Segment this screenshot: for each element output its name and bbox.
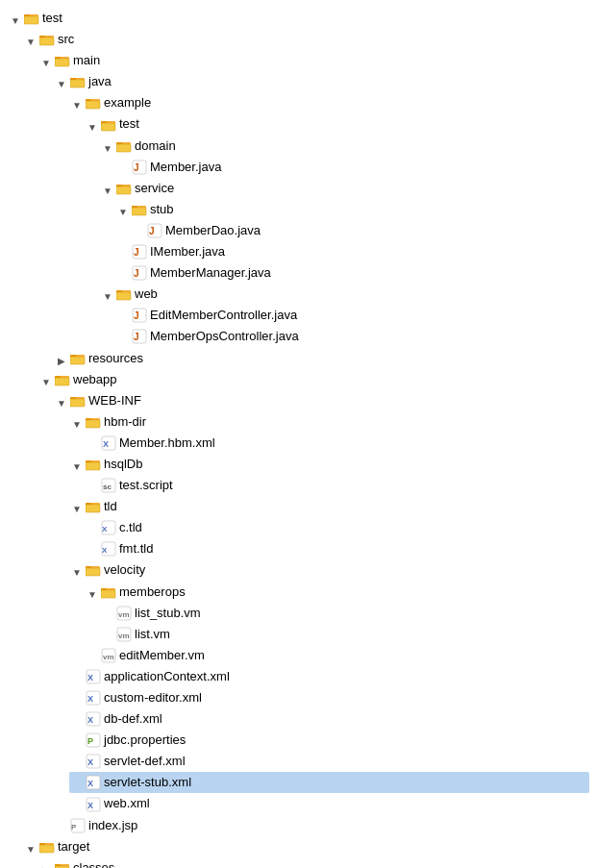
- tree-item[interactable]: J MemberManager.java: [115, 262, 589, 284]
- tree-item[interactable]: X c.tld: [85, 517, 589, 538]
- collapse-icon[interactable]: ▼: [102, 183, 113, 194]
- collapse-icon[interactable]: ▼: [71, 416, 83, 428]
- tree-item[interactable]: ▼ tld: [69, 496, 589, 517]
- collapse-icon[interactable]: ▼: [56, 395, 67, 407]
- tree-item[interactable]: J IMember.java: [115, 241, 589, 262]
- tree-item-label: servlet-stub.xml: [104, 772, 191, 793]
- svg-rect-62: [70, 399, 85, 407]
- tree-item-label: hsqlDb: [104, 454, 142, 475]
- svg-text:X: X: [103, 439, 109, 449]
- collapse-icon[interactable]: ▼: [87, 586, 98, 598]
- vm-icon: vm: [116, 606, 132, 621]
- collapse-icon[interactable]: ▼: [71, 564, 83, 576]
- tree-item-label: MemberManager.java: [150, 262, 271, 284]
- collapse-icon[interactable]: ▼: [40, 374, 52, 385]
- tree-item[interactable]: ▼ memberops: [85, 582, 589, 603]
- svg-text:X: X: [87, 715, 93, 725]
- collapse-icon[interactable]: ▼: [25, 841, 37, 853]
- tree-item[interactable]: X web.xml: [69, 793, 589, 814]
- collapse-icon[interactable]: ▼: [117, 204, 129, 215]
- tree-item[interactable]: ▼ hsqlDb: [69, 454, 589, 475]
- xml-icon: X: [86, 711, 101, 727]
- tree-item[interactable]: ▼ webapp: [38, 369, 589, 390]
- collapse-icon[interactable]: ▼: [87, 119, 98, 131]
- tree-item[interactable]: ▼ web: [100, 284, 589, 305]
- collapse-icon[interactable]: ▼: [102, 140, 113, 152]
- tree-item[interactable]: X custom-editor.xml: [69, 687, 589, 708]
- svg-rect-66: [86, 420, 100, 428]
- svg-rect-32: [116, 186, 131, 194]
- svg-text:J: J: [134, 247, 139, 258]
- folder-icon: [70, 351, 86, 366]
- tree-item[interactable]: ▼ service: [100, 178, 589, 199]
- tree-item[interactable]: J Member.java: [115, 157, 589, 178]
- tree-item[interactable]: X Member.hbm.xml: [85, 433, 589, 454]
- expand-icon: ▶: [40, 862, 52, 868]
- svg-text:X: X: [102, 525, 108, 533]
- tree-item[interactable]: J MemberOpsController.java: [115, 326, 589, 347]
- svg-text:vm: vm: [103, 653, 114, 661]
- collapse-icon[interactable]: ▼: [71, 97, 83, 109]
- tree-item[interactable]: ▼ test: [8, 8, 589, 29]
- svg-rect-36: [132, 208, 146, 215]
- tree-item[interactable]: ▼ domain: [100, 136, 589, 157]
- svg-text:X: X: [87, 801, 93, 810]
- folder-icon: [86, 499, 101, 514]
- xml-icon: X: [101, 435, 116, 451]
- jsp-icon: P: [70, 818, 86, 833]
- tree-item-label: list.vm: [135, 624, 170, 645]
- collapse-icon[interactable]: ▼: [25, 34, 37, 45]
- tree-item[interactable]: J EditMemberController.java: [115, 305, 589, 326]
- tree-item[interactable]: J MemberDao.java: [131, 220, 589, 241]
- tree-item-label: java: [88, 71, 112, 92]
- tree-item-label: Member.java: [150, 157, 221, 178]
- collapse-icon[interactable]: ▼: [102, 288, 113, 300]
- tree-item[interactable]: P jdbc.properties: [69, 730, 589, 751]
- collapse-icon[interactable]: ▼: [56, 76, 67, 87]
- tree-item[interactable]: ▼ test: [85, 113, 589, 135]
- tree-children: ▼ test▼ domain J Member.java▼ service▼ s…: [85, 113, 589, 347]
- tree-item[interactable]: X applicationContext.xml: [69, 666, 589, 687]
- tree-item[interactable]: ▼ src: [23, 29, 589, 50]
- tree-item-label: MemberDao.java: [165, 220, 261, 241]
- tree-item[interactable]: vm list.vm: [100, 624, 589, 645]
- svg-text:X: X: [87, 673, 93, 682]
- tree-item-label: service: [135, 178, 174, 199]
- tree-children: ▼ hbm-dir X Member.hbm.xml▼ hsqlDb sc te…: [69, 411, 589, 815]
- tree-item[interactable]: ▼ example: [69, 92, 589, 113]
- xml-icon: X: [86, 797, 101, 812]
- collapse-icon[interactable]: ▼: [10, 12, 21, 24]
- folder-icon: [55, 860, 70, 868]
- tree-item[interactable]: ▼ WEB-INF: [54, 390, 589, 411]
- collapse-icon[interactable]: ▼: [40, 55, 52, 66]
- tree-item[interactable]: P index.jsp: [54, 815, 589, 836]
- tree-item[interactable]: ▶ resources: [54, 348, 589, 369]
- tree-item[interactable]: X db-def.xml: [69, 708, 589, 730]
- tree-item-label: custom-editor.xml: [104, 687, 202, 708]
- tree-item[interactable]: X servlet-def.xml: [69, 751, 589, 772]
- svg-rect-54: [70, 357, 85, 364]
- collapse-icon[interactable]: ▼: [71, 459, 83, 470]
- tree-item-label: c.tld: [119, 517, 142, 538]
- svg-rect-10: [55, 59, 69, 66]
- tree-item[interactable]: ▼ stub: [115, 199, 589, 220]
- tree-item[interactable]: vm list_stub.vm: [100, 603, 589, 624]
- tree-item[interactable]: vm editMember.vm: [85, 645, 589, 666]
- tree-item[interactable]: ▶ classes: [38, 857, 589, 868]
- tree-item[interactable]: sc test.script: [85, 475, 589, 496]
- collapse-icon[interactable]: ▼: [71, 501, 83, 512]
- tree-item[interactable]: ▼ java: [54, 71, 589, 92]
- tree-item-label: velocity: [104, 559, 145, 581]
- svg-text:J: J: [134, 332, 139, 342]
- xml-icon: X: [86, 669, 101, 684]
- tree-item[interactable]: X servlet-stub.xml: [69, 772, 589, 793]
- tree-item[interactable]: ▼ hbm-dir: [69, 411, 589, 433]
- svg-text:J: J: [134, 310, 139, 321]
- svg-rect-90: [101, 590, 115, 598]
- svg-text:X: X: [87, 757, 93, 767]
- script-icon: sc: [101, 478, 116, 493]
- tree-item[interactable]: ▼ velocity: [69, 559, 589, 581]
- tree-item[interactable]: ▼ main: [38, 50, 589, 71]
- tree-item[interactable]: X fmt.tld: [85, 538, 589, 559]
- tree-item[interactable]: ▼ target: [23, 836, 589, 857]
